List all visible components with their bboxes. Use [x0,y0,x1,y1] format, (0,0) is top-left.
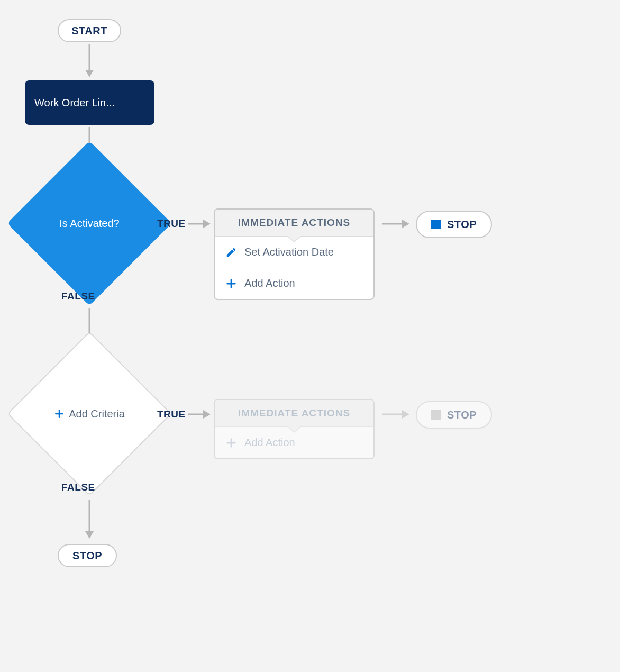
svg-marker-5 [203,220,211,228]
false-label: FALSE [61,290,95,302]
actions-header: IMMEDIATE ACTIONS [215,210,373,237]
stop-icon [431,220,441,229]
stop-node[interactable]: STOP [416,211,492,238]
plus-icon [225,437,237,449]
svg-marker-15 [85,531,94,539]
end-node: STOP [58,544,117,567]
svg-marker-1 [85,70,94,77]
actions-panel: IMMEDIATE ACTIONS Set Activation Date Ad… [214,208,375,300]
svg-marker-7 [402,220,409,228]
add-action-label: Add Action [244,277,295,289]
add-action-row[interactable]: Add Action [215,268,373,299]
actions-panel-placeholder: IMMEDIATE ACTIONS Add Action [214,399,375,459]
edit-icon [225,247,237,258]
arrow-down [84,500,95,539]
arrow-right [382,219,409,229]
stop-node-placeholder: STOP [416,401,492,429]
criteria-node[interactable]: Is Activated? [31,165,148,281]
false-label: FALSE [61,482,95,493]
arrow-right [382,409,409,420]
object-label: Work Order Lin... [34,97,115,109]
start-node: START [58,19,121,42]
plus-icon [54,408,65,419]
add-action-label: Add Action [244,437,295,449]
criteria-label: Is Activated? [59,217,119,230]
object-node[interactable]: Work Order Lin... [25,80,154,125]
true-label: TRUE [157,218,186,230]
start-label: START [71,25,107,37]
true-label: TRUE [157,408,186,420]
plus-icon [225,278,237,289]
end-label: STOP [72,550,102,562]
stop-label: STOP [447,219,477,231]
arrow-down [84,44,95,77]
action-label: Set Activation Date [244,246,334,258]
arrow-right [188,409,211,420]
arrow-right [188,219,211,229]
svg-marker-11 [203,410,211,419]
stop-label: STOP [447,409,477,421]
add-criteria-label: Add Criteria [69,408,125,420]
stop-icon [431,410,441,420]
actions-header: IMMEDIATE ACTIONS [215,400,373,427]
svg-marker-13 [402,410,409,419]
add-criteria-node[interactable]: Add Criteria [31,356,148,472]
